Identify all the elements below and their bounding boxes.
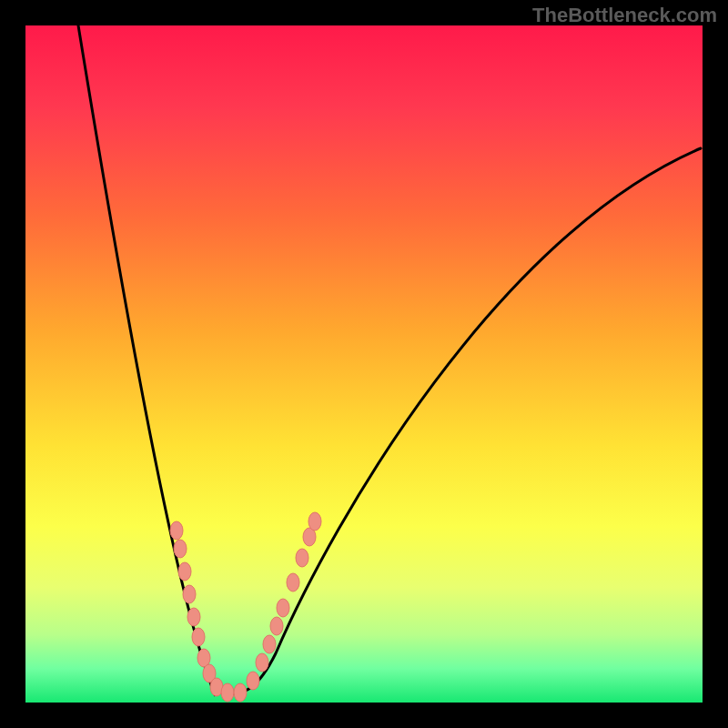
- curve-right: [228, 148, 701, 694]
- curve-left: [78, 25, 228, 694]
- plot-area: [25, 25, 703, 703]
- curve-marker: [296, 549, 308, 567]
- curve-marker: [178, 562, 191, 581]
- curve-layer: [25, 25, 703, 703]
- curve-marker: [183, 585, 196, 603]
- curve-marker: [170, 521, 183, 540]
- chart-root: TheBottleneck.com: [0, 0, 728, 728]
- watermark-text: TheBottleneck.com: [532, 4, 717, 27]
- curve-marker: [247, 672, 259, 690]
- curve-marker: [234, 683, 247, 702]
- curve-marker: [308, 512, 321, 531]
- curve-marker: [221, 683, 234, 702]
- curve-marker: [270, 617, 283, 635]
- curve-marker: [263, 635, 276, 653]
- curve-marker: [174, 540, 187, 558]
- curve-marker: [277, 599, 289, 617]
- curve-marker: [256, 653, 268, 672]
- curve-marker: [192, 628, 205, 646]
- curve-marker: [287, 573, 299, 592]
- curve-marker: [187, 608, 200, 626]
